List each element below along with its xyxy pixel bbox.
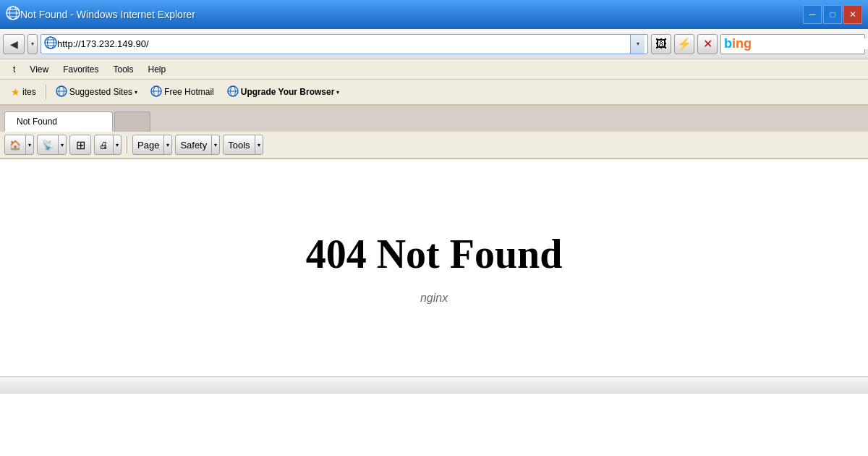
safety-menu-button[interactable]: Safety ▾	[175, 135, 220, 155]
restore-button[interactable]: □	[823, 5, 842, 24]
reading-view-button[interactable]: ⊞	[69, 135, 91, 155]
page-dropdown-arrow[interactable]: ▾	[163, 135, 171, 154]
rss-button[interactable]: 📡 ▾	[37, 135, 67, 155]
upgrade-browser-label: Upgrade Your Browser	[241, 87, 335, 97]
back-button[interactable]: ◀	[3, 34, 25, 54]
status-bar	[0, 376, 868, 394]
tools-btn-main: Tools	[224, 140, 254, 151]
reading-icon: ⊞	[76, 138, 85, 152]
free-hotmail-item[interactable]: Free Hotmail	[145, 83, 219, 102]
menu-item-file[interactable]: t	[6, 62, 22, 77]
ie-title-icon	[6, 6, 20, 23]
favorites-bar: ★ ites Suggested Sites ▾ Free Hotmail	[0, 80, 868, 106]
tab-label: Not Found	[17, 117, 57, 127]
free-hotmail-label: Free Hotmail	[164, 87, 214, 97]
favorites-sites-item[interactable]: ★ ites	[6, 83, 41, 101]
menu-bar: t View Favorites Tools Help	[0, 59, 868, 80]
toolbar-separator-1	[127, 136, 127, 153]
ie-fav-icon-2	[150, 85, 162, 99]
safety-btn-main: Safety	[176, 140, 211, 151]
home-btn-main: 🏠	[5, 140, 25, 151]
new-tab-button[interactable]	[114, 111, 150, 132]
safety-label: Safety	[180, 140, 207, 151]
page-btn-main: Page	[133, 140, 163, 151]
error-subtext: nginx	[420, 292, 448, 305]
window-controls: ─ □ ✕	[803, 5, 862, 24]
bing-search-bar: bing	[720, 34, 865, 54]
tab-bar: Not Found	[0, 106, 868, 132]
print-button[interactable]: 🖨 ▾	[94, 135, 122, 155]
address-ie-icon	[44, 36, 57, 52]
bing-search-input[interactable]	[752, 38, 868, 49]
suggested-sites-item[interactable]: Suggested Sites ▾	[51, 83, 142, 102]
fav-separator-1	[46, 85, 46, 99]
home-button[interactable]: 🏠 ▾	[4, 135, 34, 155]
print-icon: 🖨	[99, 140, 109, 151]
tools-label: Tools	[228, 140, 250, 151]
rss-dropdown-arrow[interactable]: ▾	[58, 135, 66, 154]
minimize-button[interactable]: ─	[803, 5, 822, 24]
title-bar: Not Found - Windows Internet Explorer ─ …	[0, 0, 868, 29]
print-dropdown-arrow[interactable]: ▾	[113, 135, 121, 154]
page-label: Page	[137, 140, 159, 151]
rss-btn-main: 📡	[38, 140, 58, 151]
address-bar: ▾	[41, 34, 648, 54]
close-button[interactable]: ✕	[843, 5, 862, 24]
image-icon-btn[interactable]: 🖼	[651, 34, 671, 54]
bing-logo: bing	[724, 36, 752, 51]
print-btn-main: 🖨	[95, 140, 113, 151]
menu-item-tools[interactable]: Tools	[106, 62, 141, 77]
navigation-bar: ◀ ▾ ▾ 🖼 ⚡ ✕ bing	[0, 29, 868, 59]
upgrade-browser-item[interactable]: Upgrade Your Browser ▾	[222, 83, 345, 102]
page-menu-button[interactable]: Page ▾	[132, 135, 172, 155]
rss-icon: 📡	[42, 140, 54, 151]
window-title: Not Found - Windows Internet Explorer	[20, 9, 803, 20]
refresh-button[interactable]: ⚡	[674, 34, 694, 54]
back-dropdown[interactable]: ▾	[27, 34, 38, 54]
home-icon: 🏠	[9, 140, 21, 151]
page-content: 404 Not Found nginx	[0, 159, 868, 376]
stop-button[interactable]: ✕	[697, 34, 718, 54]
suggested-sites-label: Suggested Sites	[69, 87, 132, 97]
menu-item-favorites[interactable]: Favorites	[56, 62, 106, 77]
browser-toolbar: 🏠 ▾ 📡 ▾ ⊞ 🖨 ▾ Page ▾ Safety ▾ Tools ▾	[0, 132, 868, 159]
sites-label: ites	[22, 87, 36, 97]
ie-fav-icon-3	[227, 85, 239, 99]
tools-dropdown-arrow[interactable]: ▾	[255, 135, 263, 154]
tools-menu-button[interactable]: Tools ▾	[223, 135, 263, 155]
star-icon: ★	[11, 86, 20, 98]
upgrade-dropdown-icon: ▾	[336, 89, 339, 96]
safety-dropdown-arrow[interactable]: ▾	[211, 135, 219, 154]
menu-item-view[interactable]: View	[22, 62, 56, 77]
address-dropdown-btn[interactable]: ▾	[630, 35, 644, 54]
suggested-dropdown-icon: ▾	[135, 89, 137, 96]
menu-item-help[interactable]: Help	[141, 62, 174, 77]
address-input[interactable]	[57, 38, 630, 49]
tab-not-found[interactable]: Not Found	[4, 111, 113, 132]
home-dropdown-arrow[interactable]: ▾	[25, 135, 33, 154]
ie-fav-icon-1	[56, 85, 67, 99]
error-heading: 404 Not Found	[306, 231, 563, 277]
